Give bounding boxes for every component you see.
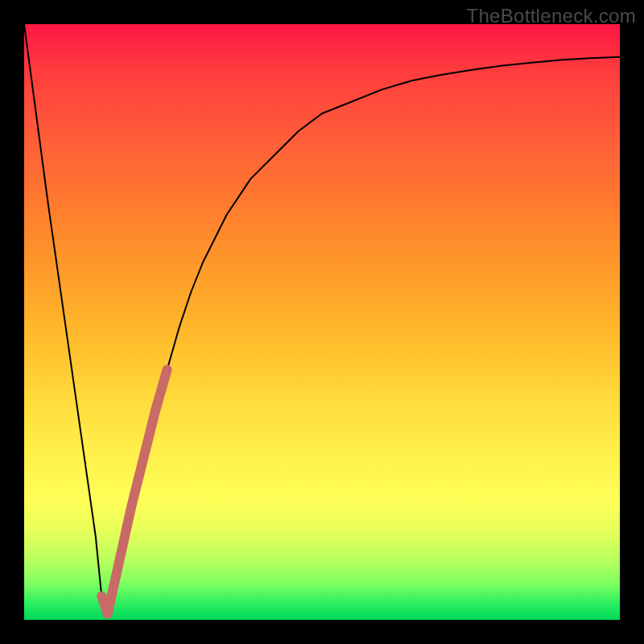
highlight-segment (101, 369, 167, 613)
bottleneck-curve (24, 24, 620, 614)
chart-svg (24, 24, 620, 620)
plot-area (24, 24, 620, 620)
chart-frame: TheBottleneck.com (0, 0, 644, 644)
